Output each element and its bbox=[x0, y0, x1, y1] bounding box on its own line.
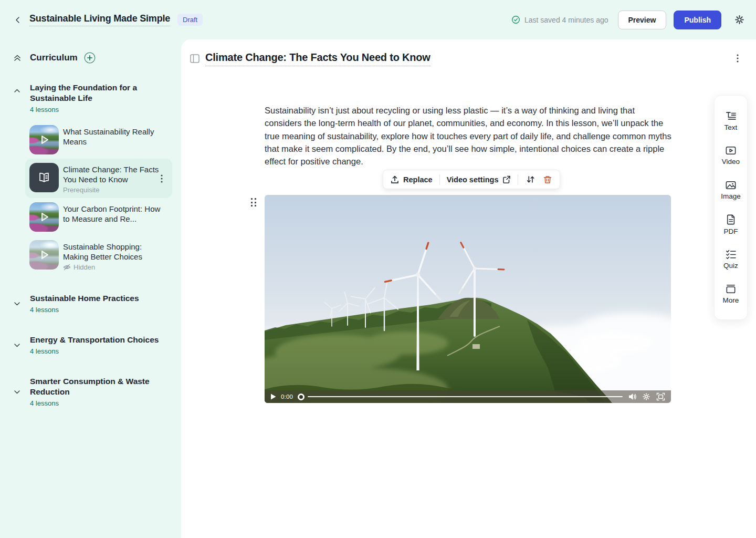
insert-video-button[interactable]: Video bbox=[715, 138, 747, 173]
insert-pdf-button[interactable]: PDF bbox=[715, 208, 747, 242]
video-settings-label: Video settings bbox=[447, 175, 499, 184]
collapse-all-button[interactable] bbox=[13, 53, 22, 63]
section-header[interactable]: Smarter Consumption & Waste Reduction 4 … bbox=[0, 376, 181, 407]
section-header[interactable]: Laying the Foundation for a Sustainable … bbox=[0, 82, 181, 113]
move-block-button[interactable] bbox=[525, 174, 536, 185]
player-gear-icon bbox=[642, 392, 650, 401]
insert-text-button[interactable]: Text bbox=[715, 104, 747, 138]
section-title: Energy & Transportation Choices bbox=[30, 335, 169, 345]
insert-more-button[interactable]: More bbox=[715, 277, 747, 312]
lesson-item[interactable]: Your Carbon Footprint: How to Measure an… bbox=[25, 198, 172, 236]
toggle-sidebar-button[interactable] bbox=[190, 54, 200, 63]
check-circle-icon bbox=[511, 15, 520, 24]
delete-block-button[interactable] bbox=[542, 174, 553, 185]
quiz-checklist-icon bbox=[726, 250, 736, 259]
double-chevron-up-icon bbox=[13, 53, 22, 63]
video-icon bbox=[726, 146, 736, 155]
section-lesson-count: 4 lessons bbox=[30, 399, 169, 407]
section-header[interactable]: Energy & Transportation Choices 4 lesson… bbox=[0, 335, 181, 355]
section-header[interactable]: Sustainable Home Practices 4 lessons bbox=[0, 293, 181, 314]
toolbar-divider bbox=[518, 174, 518, 185]
curriculum-sidebar: Curriculum Laying the Foundation for a S… bbox=[0, 39, 181, 538]
seek-track[interactable] bbox=[308, 396, 623, 398]
replace-video-button[interactable]: Replace bbox=[390, 175, 433, 184]
lesson-item-hidden[interactable]: Sustainable Shopping: Making Better Choi… bbox=[25, 236, 172, 275]
video-timestamp: 0:00 bbox=[281, 394, 293, 400]
eye-off-icon bbox=[63, 263, 71, 271]
seek-handle[interactable] bbox=[298, 394, 304, 400]
pdf-icon bbox=[727, 214, 736, 225]
lesson-header: Climate Change: The Facts You Need to Kn… bbox=[181, 39, 756, 77]
play-icon bbox=[38, 249, 50, 261]
lesson-list: What Sustainability Really Means bbox=[0, 121, 181, 275]
trash-icon bbox=[543, 175, 552, 184]
lesson-item-selected[interactable]: Climate Change: The Facts You Need to Kn… bbox=[25, 159, 172, 198]
status-badge: Draft bbox=[177, 14, 203, 26]
lesson-page-title[interactable]: Climate Change: The Facts You Need to Kn… bbox=[205, 51, 430, 66]
insert-image-button[interactable]: Image bbox=[715, 173, 747, 208]
lesson-title: Climate Change: The Facts You Need to Kn… bbox=[63, 164, 168, 184]
curriculum-section: Smarter Consumption & Waste Reduction 4 … bbox=[0, 376, 181, 407]
curriculum-section: Laying the Foundation for a Sustainable … bbox=[0, 82, 181, 275]
hidden-label: Hidden bbox=[74, 263, 95, 271]
lesson-editor-panel: Climate Change: The Facts You Need to Kn… bbox=[181, 39, 756, 538]
lesson-options-button[interactable] bbox=[733, 54, 742, 63]
kebab-menu-icon bbox=[737, 54, 739, 63]
lesson-item[interactable]: What Sustainability Really Means bbox=[25, 121, 172, 159]
topbar-actions: Last saved 4 minutes ago Preview Publish bbox=[511, 11, 746, 29]
add-section-button[interactable] bbox=[84, 52, 96, 64]
course-title[interactable]: Sustainable Living Made Simple bbox=[29, 13, 170, 26]
kebab-menu-icon bbox=[161, 174, 163, 183]
external-link-icon bbox=[502, 175, 511, 184]
topbar: Sustainable Living Made Simple Draft Las… bbox=[0, 0, 756, 39]
volume-icon bbox=[628, 392, 637, 401]
volume-button[interactable] bbox=[627, 392, 637, 401]
insert-text-label: Text bbox=[724, 123, 738, 131]
chevron-down-icon[interactable] bbox=[13, 388, 21, 396]
video-thumbnail bbox=[29, 240, 59, 270]
insert-video-label: Video bbox=[722, 158, 740, 165]
video-player[interactable]: 0:00 bbox=[265, 195, 671, 403]
lesson-menu-button[interactable] bbox=[158, 174, 166, 183]
preview-button[interactable]: Preview bbox=[618, 11, 667, 29]
insert-image-label: Image bbox=[721, 192, 741, 200]
more-blocks-icon bbox=[726, 284, 736, 294]
chevron-left-icon bbox=[14, 16, 22, 24]
curriculum-header: Curriculum bbox=[0, 52, 181, 64]
image-icon bbox=[726, 181, 736, 190]
video-thumbnail bbox=[29, 202, 59, 232]
section-title: Smarter Consumption & Waste Reduction bbox=[30, 376, 169, 397]
lesson-meta: Hidden bbox=[63, 263, 168, 271]
plus-circle-icon bbox=[84, 52, 96, 64]
insert-quiz-label: Quiz bbox=[723, 262, 738, 270]
chevron-up-icon[interactable] bbox=[13, 87, 21, 95]
fullscreen-button[interactable] bbox=[656, 392, 665, 401]
play-icon bbox=[38, 133, 50, 146]
upload-icon bbox=[390, 175, 400, 184]
play-button-icon[interactable] bbox=[270, 394, 276, 400]
curriculum-section: Energy & Transportation Choices 4 lesson… bbox=[0, 335, 181, 355]
chevron-down-icon[interactable] bbox=[13, 299, 21, 307]
curriculum-section: Sustainable Home Practices 4 lessons bbox=[0, 293, 181, 314]
player-settings-button[interactable] bbox=[642, 392, 651, 401]
reading-lesson-icon-box bbox=[29, 163, 59, 192]
section-lesson-count: 4 lessons bbox=[30, 106, 169, 113]
block-drag-handle[interactable] bbox=[251, 198, 256, 206]
insert-quiz-button[interactable]: Quiz bbox=[715, 242, 747, 277]
settings-button[interactable] bbox=[733, 14, 746, 26]
play-icon bbox=[38, 211, 50, 223]
section-lesson-count: 4 lessons bbox=[30, 347, 169, 355]
section-lesson-count: 4 lessons bbox=[30, 306, 169, 314]
text-icon bbox=[726, 111, 736, 121]
lesson-body-text[interactable]: Sustainability isn’t just about recyclin… bbox=[265, 104, 672, 168]
back-button[interactable] bbox=[13, 15, 23, 25]
video-thumbnail bbox=[29, 125, 59, 154]
publish-button[interactable]: Publish bbox=[674, 11, 721, 29]
video-settings-button[interactable]: Video settings bbox=[447, 175, 511, 184]
chevron-down-icon[interactable] bbox=[13, 341, 21, 349]
lesson-title: Sustainable Shopping: Making Better Choi… bbox=[63, 242, 168, 262]
lesson-meta: Prerequisite bbox=[63, 186, 168, 194]
insert-pdf-label: PDF bbox=[724, 227, 738, 235]
curriculum-title: Curriculum bbox=[30, 53, 78, 63]
last-saved: Last saved 4 minutes ago bbox=[511, 15, 608, 24]
